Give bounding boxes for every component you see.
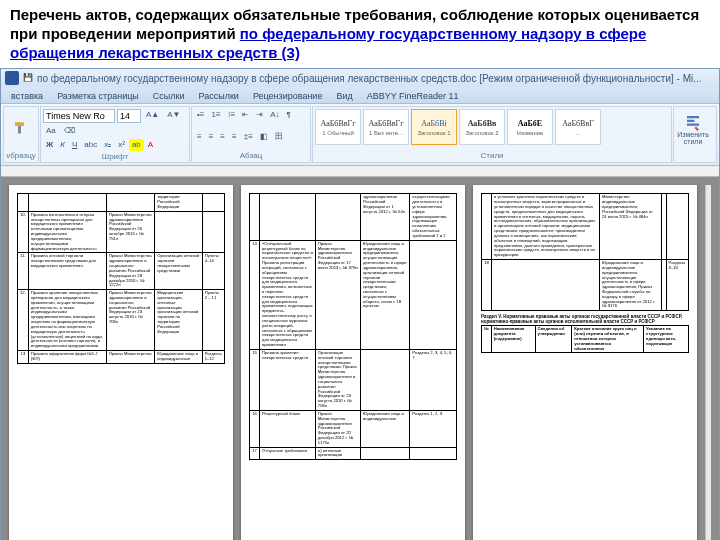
borders-button[interactable]: 田 [272,131,286,143]
change-styles-button[interactable]: Изменить стили [676,109,710,149]
save-icon[interactable]: 💾 [23,74,33,82]
tab-2[interactable]: Ссылки [147,89,191,103]
outdent-button[interactable]: ⇤ [239,109,252,121]
tab-5[interactable]: Вид [330,89,358,103]
indent-button[interactable]: ⇥ [253,109,266,121]
line-spacing-button[interactable]: ‡≡ [241,131,256,143]
group-change-styles: Изменить стили [673,106,717,163]
underline-button[interactable]: Ч [69,139,80,151]
style-1[interactable]: АаБбВвГг1 Без инте... [363,109,409,145]
font-color-button[interactable]: A [145,139,156,151]
document-area[interactable]: территории Российской Федерации10.Правил… [1,177,719,540]
style-5[interactable]: АаБбВвГ... [555,109,601,145]
slide-title: Перечень актов, содержащих обязательные … [0,0,720,66]
vertical-scrollbar[interactable] [705,185,711,540]
shrink-font-button[interactable]: A▼ [164,109,183,121]
page-1: территории Российской Федерации10.Правил… [9,185,233,540]
page-3: в условиях хранения наркотических средст… [473,185,697,540]
clear-format-button[interactable]: ⌫ [61,125,78,137]
highlight-button[interactable]: ab [129,139,144,151]
group-font-label: Шрифт [43,152,187,161]
style-3[interactable]: АаБбВвЗаголовок 2 [459,109,505,145]
word-window: 💾 по федеральному государственному надзо… [0,68,720,540]
change-case-button[interactable]: Aa [43,125,59,137]
ribbon-tabs: вставкаРазметка страницыСсылкиРассылкиРе… [1,87,719,103]
group-clipboard: vбразцу [3,106,39,163]
font-name-select[interactable] [43,109,115,123]
group-styles-label: Стили [315,151,669,160]
group-font: A▲ A▼ Aa ⌫ Ж К Ч abc x₂ x² ab A Шрифт [40,106,190,163]
font-size-select[interactable] [117,109,141,123]
tab-0[interactable]: вставка [5,89,49,103]
sort-button[interactable]: A↓ [267,109,282,121]
subscript-button[interactable]: x₂ [101,139,114,151]
align-left-button[interactable]: ≡ [194,131,205,143]
style-0[interactable]: АаБбВвГг1 Обычный [315,109,361,145]
italic-button[interactable]: К [57,139,68,151]
titlebar: 💾 по федеральному государственному надзо… [1,69,719,87]
style-4[interactable]: АаБбЕНазвание [507,109,553,145]
group-paragraph-label: Абзац [194,151,308,160]
strike-button[interactable]: abc [81,139,100,151]
window-title: по федеральному государственному надзору… [37,73,715,84]
page-2: здравоохранения Российской Федерации от … [241,185,465,540]
numbering-button[interactable]: 1≡ [208,109,223,121]
word-icon [5,71,19,85]
format-painter-button[interactable] [6,109,36,149]
superscript-button[interactable]: x² [115,139,128,151]
tab-3[interactable]: Рассылки [192,89,244,103]
tab-6[interactable]: ABBYY FineReader 11 [361,89,465,103]
bullets-button[interactable]: •≡ [194,109,207,121]
grow-font-button[interactable]: A▲ [143,109,162,121]
align-center-button[interactable]: ≡ [206,131,217,143]
bold-button[interactable]: Ж [43,139,56,151]
ruler[interactable] [1,165,719,177]
align-right-button[interactable]: ≡ [217,131,228,143]
shading-button[interactable]: ◧ [257,131,271,143]
justify-button[interactable]: ≡ [229,131,240,143]
ribbon: vбразцу A▲ A▼ Aa ⌫ Ж К Ч abc x₂ x² ab A [1,103,719,165]
multilevel-button[interactable]: ⁝≡ [225,109,239,121]
group-paragraph: •≡ 1≡ ⁝≡ ⇤ ⇥ A↓ ¶ ≡ ≡ ≡ ≡ ‡≡ ◧ 田 [191,106,311,163]
group-clipboard-label: vбразцу [6,151,36,160]
tab-1[interactable]: Разметка страницы [51,89,145,103]
group-styles: АаБбВвГг1 ОбычныйАаБбВвГг1 Без инте...Аа… [312,106,672,163]
tab-4[interactable]: Рецензирование [247,89,329,103]
style-2[interactable]: АаБбВіЗаголовок 1 [411,109,457,145]
show-marks-button[interactable]: ¶ [284,109,294,121]
